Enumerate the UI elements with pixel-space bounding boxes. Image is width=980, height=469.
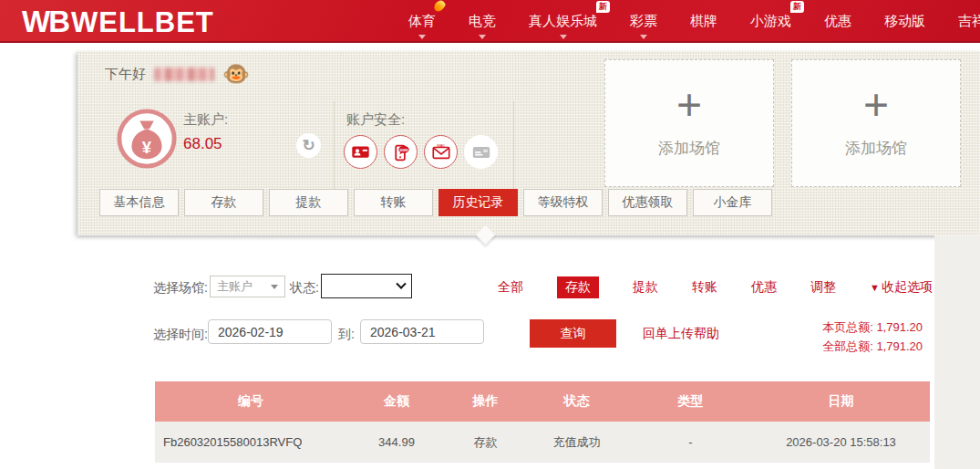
nav-label: 小游戏	[750, 13, 791, 28]
sms-phone-icon[interactable]: SMS	[384, 135, 418, 169]
search-button[interactable]: 查询	[530, 319, 616, 348]
add-venue-card[interactable]: + 添加场馆	[604, 59, 774, 187]
page-total-value: 1,791.20	[876, 320, 923, 334]
nav-promotions[interactable]: 优惠	[824, 13, 851, 30]
col-header-status: 状态	[524, 393, 629, 410]
chevron-down-icon	[640, 35, 647, 39]
filter-withdraw[interactable]: 提款	[633, 279, 658, 296]
status-select[interactable]	[321, 274, 412, 298]
svg-text:MAIL: MAIL	[437, 143, 446, 148]
account-security-label: 账户安全:	[346, 111, 405, 129]
divider	[513, 101, 514, 191]
nav-board-games[interactable]: 棋牌	[690, 13, 717, 30]
account-balance: 68.05	[183, 135, 222, 153]
plus-icon: +	[863, 88, 889, 122]
cell-transaction-id: Fb26032015580013RVFQ	[155, 435, 346, 449]
chevron-down-icon	[418, 35, 426, 39]
tab-transfer[interactable]: 转账	[354, 189, 433, 216]
cell-operation: 存款	[447, 434, 524, 451]
page-total-label: 本页总额:	[822, 320, 873, 334]
tab-vault[interactable]: 小金库	[693, 189, 772, 216]
date-from-input[interactable]	[208, 319, 332, 344]
select-venue-label: 选择场馆:	[153, 280, 208, 297]
receipt-upload-help-link[interactable]: 回单上传帮助	[643, 326, 719, 342]
greeting-row: 下午好 🐵	[105, 63, 250, 85]
username-blurred	[154, 68, 214, 81]
wellbet-logo[interactable]: WB WELLBET	[22, 5, 214, 39]
nav-mobile[interactable]: 移动版	[884, 13, 925, 30]
greeting-text: 下午好	[105, 66, 146, 83]
nav-label: 体育	[408, 13, 436, 28]
yuan-symbol: ¥	[142, 138, 152, 157]
nav-label: 电竞	[469, 13, 496, 28]
account-tabs: 基本信息 存款 提款 转账 历史记录 等级特权 优惠领取 小金库	[99, 189, 772, 216]
all-total-value: 1,791.20	[876, 339, 923, 353]
to-label: 到:	[338, 327, 355, 343]
collapse-options-label: 收起选项	[882, 279, 933, 296]
new-badge: 新	[596, 1, 610, 13]
all-total-line: 全部总额: 1,791.20	[822, 337, 923, 356]
filter-deposit[interactable]: 存款	[557, 276, 599, 298]
table-row[interactable]: Fb26032015580013RVFQ 344.99 存款 充值成功 - 20…	[155, 422, 930, 463]
nav-jixiang[interactable]: 吉祥	[958, 13, 980, 30]
table-header-row: 编号 金额 操作 状态 类型 日期	[155, 381, 930, 422]
nav-label: 移动版	[884, 13, 925, 28]
monkey-avatar: 🐵	[222, 63, 250, 85]
tab-basic-info[interactable]: 基本信息	[99, 189, 179, 216]
logo-mark: WB	[22, 5, 68, 39]
page-total-line: 本页总额: 1,791.20	[822, 318, 923, 337]
add-venue-label: 添加场馆	[845, 138, 907, 159]
date-to-input[interactable]	[360, 319, 484, 344]
collapse-options-link[interactable]: ▼ 收起选项	[870, 279, 933, 296]
tab-withdraw[interactable]: 提款	[269, 189, 348, 216]
money-bag-icon: ¥	[116, 108, 178, 170]
cell-amount: 344.99	[346, 435, 447, 449]
id-card-icon[interactable]	[344, 135, 377, 169]
filter-transfer[interactable]: 转账	[692, 279, 717, 296]
tab-level-privileges[interactable]: 等级特权	[523, 189, 603, 216]
filter-adjustment[interactable]: 调整	[810, 279, 836, 296]
col-header-operation: 操作	[447, 393, 524, 410]
record-type-filters: 全部 存款 提款 转账 优惠 调整 ▼ 收起选项	[498, 276, 933, 298]
all-total-label: 全部总额:	[822, 339, 873, 353]
col-header-amount: 金额	[346, 393, 447, 410]
filter-promo[interactable]: 优惠	[751, 279, 777, 296]
tab-promo-claim[interactable]: 优惠领取	[608, 189, 687, 216]
svg-text:SMS: SMS	[399, 148, 408, 152]
nav-label: 棋牌	[690, 13, 717, 28]
status-label: 状态:	[290, 280, 319, 297]
main-nav: 体育 电竞 真人娱乐城 新 彩票 棋牌 小游戏 新 优惠 移动版	[408, 0, 980, 43]
filter-all[interactable]: 全部	[498, 279, 523, 296]
venue-select-value: 主账户	[217, 278, 253, 295]
main-account-label: 主账户:	[183, 111, 228, 129]
tab-history[interactable]: 历史记录	[438, 189, 518, 216]
nav-live-casino[interactable]: 真人娱乐城 新	[529, 13, 597, 30]
cell-type: -	[629, 435, 752, 449]
divider	[334, 101, 335, 191]
nav-label: 彩票	[630, 13, 657, 28]
tab-deposit[interactable]: 存款	[184, 189, 263, 216]
account-panel: 下午好 🐵 ¥ 主账户: 68.05 账户安全: SMS	[77, 51, 980, 235]
cell-date: 2026-03-20 15:58:13	[752, 435, 930, 449]
chevron-down-icon	[271, 285, 278, 289]
col-header-type: 类型	[629, 393, 752, 410]
nav-esports[interactable]: 电竞	[469, 13, 496, 30]
venue-select[interactable]: 主账户	[210, 276, 285, 297]
chevron-down-icon	[560, 35, 567, 39]
bank-card-icon[interactable]	[464, 135, 498, 169]
right-gutter	[934, 235, 980, 469]
nav-mini-games[interactable]: 小游戏 新	[750, 13, 791, 30]
col-header-date: 日期	[752, 393, 930, 410]
cell-status: 充值成功	[524, 434, 629, 451]
nav-sports[interactable]: 体育	[408, 13, 436, 30]
top-header: WB WELLBET 体育 电竞 真人娱乐城 新 彩票 棋牌 小游戏 新	[0, 0, 980, 43]
col-header-id: 编号	[155, 393, 346, 410]
triangle-down-icon: ▼	[870, 282, 880, 293]
chevron-down-icon	[479, 35, 486, 39]
hot-flame-icon	[432, 0, 447, 14]
plus-icon: +	[676, 88, 702, 122]
add-venue-card[interactable]: + 添加场馆	[791, 59, 961, 187]
nav-lottery[interactable]: 彩票	[630, 13, 657, 30]
email-icon[interactable]: MAIL	[424, 135, 458, 169]
refresh-balance-icon[interactable]	[296, 133, 321, 158]
